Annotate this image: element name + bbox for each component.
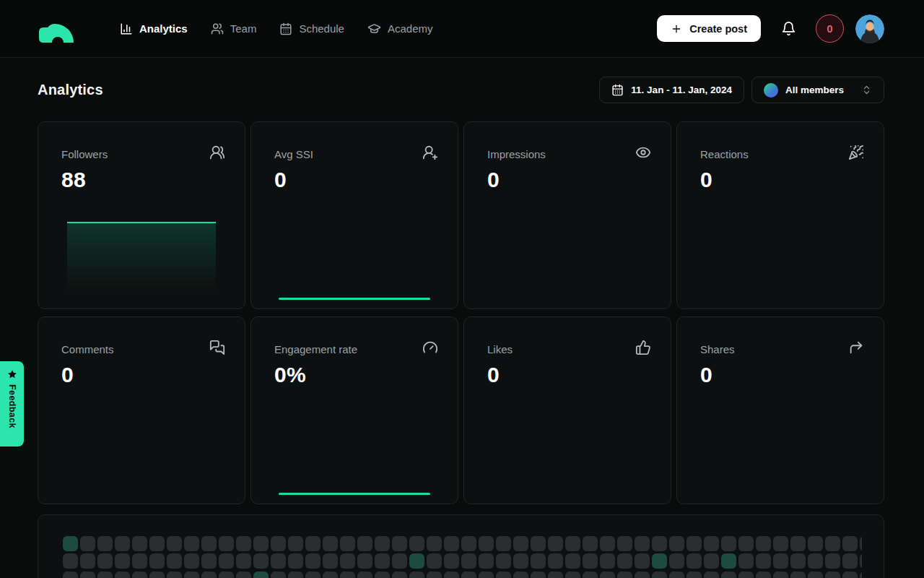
heatmap-cell[interactable]	[357, 553, 372, 569]
heatmap-cell[interactable]	[808, 553, 823, 569]
heatmap-cell[interactable]	[444, 536, 459, 551]
heatmap-cell[interactable]	[97, 553, 113, 569]
heatmap-cell[interactable]	[63, 553, 78, 569]
heatmap-cell[interactable]	[219, 536, 234, 551]
heatmap-cell[interactable]	[340, 553, 355, 569]
heatmap-cell[interactable]	[97, 571, 113, 578]
heatmap-cell[interactable]	[635, 553, 650, 569]
heatmap-cell[interactable]	[548, 553, 563, 569]
heatmap-cell[interactable]	[669, 536, 684, 551]
heatmap-cell[interactable]	[583, 571, 598, 578]
heatmap-cell[interactable]	[721, 571, 736, 578]
heatmap-cell[interactable]	[548, 571, 563, 578]
heatmap-cell[interactable]	[600, 553, 615, 569]
heatmap-cell[interactable]	[80, 553, 95, 569]
heatmap-cell[interactable]	[115, 571, 130, 578]
heatmap-cell[interactable]	[704, 571, 719, 578]
heatmap-cell[interactable]	[219, 571, 234, 578]
heatmap-cell[interactable]	[305, 536, 321, 551]
heatmap-cell[interactable]	[271, 536, 286, 551]
heatmap-cell[interactable]	[738, 553, 754, 569]
heatmap-cell[interactable]	[427, 536, 442, 551]
heatmap-cell[interactable]	[513, 571, 528, 578]
heatmap-cell[interactable]	[704, 536, 719, 551]
heatmap-cell[interactable]	[375, 553, 390, 569]
create-post-button[interactable]: Create post	[657, 15, 761, 42]
heatmap-cell[interactable]	[652, 553, 667, 569]
heatmap-cell[interactable]	[427, 553, 442, 569]
heatmap-cell[interactable]	[773, 553, 788, 569]
heatmap-cell[interactable]	[167, 553, 182, 569]
heatmap-cell[interactable]	[583, 536, 598, 551]
heatmap-cell[interactable]	[392, 536, 407, 551]
heatmap-cell[interactable]	[357, 571, 372, 578]
heatmap-cell[interactable]	[357, 536, 372, 551]
heatmap-cell[interactable]	[201, 536, 217, 551]
heatmap-cell[interactable]	[392, 553, 407, 569]
heatmap-cell[interactable]	[565, 536, 580, 551]
heatmap-cell[interactable]	[236, 553, 251, 569]
heatmap-cell[interactable]	[236, 571, 251, 578]
heatmap-cell[interactable]	[375, 536, 390, 551]
heatmap-cell[interactable]	[842, 553, 858, 569]
heatmap-cell[interactable]	[790, 571, 806, 578]
nav-item-team[interactable]: Team	[211, 22, 257, 35]
heatmap-cell[interactable]	[375, 571, 390, 578]
heatmap-cell[interactable]	[600, 571, 615, 578]
heatmap-cell[interactable]	[687, 536, 702, 551]
heatmap-cell[interactable]	[461, 571, 476, 578]
heatmap-cell[interactable]	[184, 553, 199, 569]
heatmap-cell[interactable]	[808, 536, 823, 551]
heatmap-cell[interactable]	[479, 553, 494, 569]
heatmap-cell[interactable]	[427, 571, 442, 578]
heatmap-cell[interactable]	[617, 571, 632, 578]
nav-item-academy[interactable]: Academy	[367, 22, 433, 35]
feedback-tab[interactable]: Feedback	[0, 361, 24, 447]
heatmap-cell[interactable]	[323, 536, 338, 551]
heatmap-cell[interactable]	[63, 571, 78, 578]
heatmap-cell[interactable]	[860, 553, 862, 569]
heatmap-cell[interactable]	[167, 571, 182, 578]
heatmap-cell[interactable]	[97, 536, 113, 551]
heatmap-cell[interactable]	[409, 553, 424, 569]
heatmap-cell[interactable]	[565, 553, 580, 569]
heatmap-cell[interactable]	[738, 571, 754, 578]
heatmap-cell[interactable]	[756, 553, 771, 569]
heatmap-cell[interactable]	[253, 536, 269, 551]
heatmap-cell[interactable]	[253, 571, 269, 578]
heatmap-cell[interactable]	[115, 536, 130, 551]
heatmap-cell[interactable]	[149, 571, 165, 578]
heatmap-cell[interactable]	[479, 571, 494, 578]
notifications-button[interactable]	[781, 21, 796, 36]
heatmap-cell[interactable]	[323, 571, 338, 578]
heatmap-cell[interactable]	[531, 536, 546, 551]
heatmap-cell[interactable]	[167, 536, 182, 551]
heatmap-cell[interactable]	[600, 536, 615, 551]
heatmap-cell[interactable]	[444, 571, 459, 578]
heatmap-cell[interactable]	[132, 553, 147, 569]
heatmap-cell[interactable]	[149, 536, 165, 551]
app-logo[interactable]	[36, 14, 77, 44]
heatmap-cell[interactable]	[340, 571, 355, 578]
heatmap-cell[interactable]	[635, 571, 650, 578]
heatmap-cell[interactable]	[721, 553, 736, 569]
heatmap-cell[interactable]	[825, 553, 840, 569]
heatmap-cell[interactable]	[635, 536, 650, 551]
heatmap-cell[interactable]	[132, 536, 147, 551]
heatmap-cell[interactable]	[201, 571, 217, 578]
heatmap-cell[interactable]	[669, 553, 684, 569]
date-range-button[interactable]: 11. Jan - 11. Jan, 2024	[599, 77, 744, 103]
heatmap-cell[interactable]	[565, 571, 580, 578]
heatmap-cell[interactable]	[184, 571, 199, 578]
notification-count-badge[interactable]: 0	[816, 14, 844, 43]
heatmap-cell[interactable]	[825, 571, 840, 578]
heatmap-cell[interactable]	[531, 571, 546, 578]
heatmap-cell[interactable]	[409, 536, 424, 551]
heatmap-cell[interactable]	[323, 553, 338, 569]
heatmap-cell[interactable]	[860, 536, 862, 551]
heatmap-cell[interactable]	[132, 571, 147, 578]
heatmap-cell[interactable]	[842, 536, 858, 551]
heatmap-cell[interactable]	[513, 536, 528, 551]
nav-item-analytics[interactable]: Analytics	[120, 22, 188, 35]
nav-item-schedule[interactable]: Schedule	[279, 22, 344, 35]
